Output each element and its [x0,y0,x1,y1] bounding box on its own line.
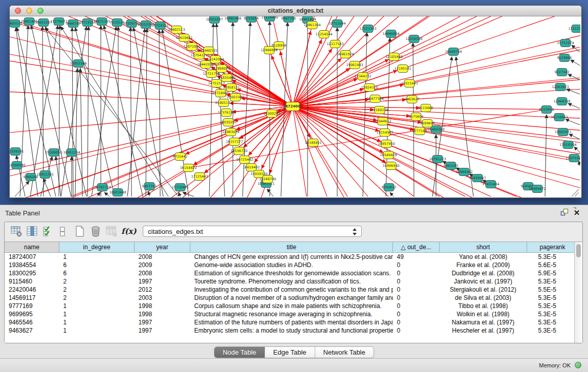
table-selector-dropdown[interactable]: citations_edges.txt [143,226,362,237]
tab-network-table[interactable]: Network Table [315,347,374,358]
graph-node[interactable]: 9725442 [173,153,188,161]
graph-node[interactable]: 10553287 [206,16,223,24]
graph-hub-node[interactable]: 18724007 [283,102,303,111]
graph-node[interactable]: 18148451 [304,139,321,147]
graph-node[interactable]: 15276072 [50,18,67,26]
column-header-year[interactable]: year [135,242,190,253]
graph-node[interactable]: 9350812 [382,184,397,191]
graph-node[interactable]: 15124490 [261,16,278,21]
graph-node[interactable]: 10711044 [329,20,345,28]
graph-node[interactable]: 19154965 [376,129,393,137]
column-header-out_degree[interactable]: △ out_de... [393,242,440,253]
graph-node[interactable]: 9115460 [419,104,433,112]
graph-node[interactable]: 9457741 [142,183,157,190]
graph-node[interactable]: 16782759 [94,184,111,191]
graph-node[interactable]: 12610651 [176,34,192,42]
graph-node[interactable]: 17376130 [217,109,234,117]
graph-node[interactable]: 9466169 [66,20,81,28]
table-row[interactable]: 1830029562008Estimation of significance … [5,269,578,277]
graph-node[interactable]: 16477304 [366,95,383,103]
delete-column-icon[interactable] [105,225,118,238]
graph-node[interactable]: 9227343 [555,69,570,76]
graph-node[interactable]: 9129966 [557,54,572,62]
graph-node[interactable]: 9607760 [281,16,296,23]
select-all-icon[interactable] [41,225,55,238]
graph-node[interactable]: 9777169 [412,127,427,135]
svg-text:17125443: 17125443 [191,174,208,179]
graph-node[interactable]: 9575604 [409,113,424,121]
svg-text:14646804: 14646804 [382,32,399,36]
graph-node[interactable]: 9361193 [444,162,459,170]
graph-node[interactable]: 25206050 [45,149,62,157]
graph-node[interactable]: 15751074 [557,39,574,47]
column-header-short[interactable]: short [440,242,527,253]
table-row[interactable]: 1872400712008Changes of HCN gene express… [5,253,578,261]
graph-node[interactable]: 8215958 [539,106,554,114]
new-table-icon[interactable] [73,225,86,238]
cell-in_degree: 2 [59,286,135,294]
graph-node[interactable]: 16891466 [224,16,241,23]
graph-node[interactable]: 17125443 [191,173,208,181]
table-row[interactable]: 969969511998Structural magnetic resonanc… [5,310,578,318]
status-bar: Memory: OK [0,358,588,372]
graph-node[interactable]: 10923448 [109,189,126,196]
table-row[interactable]: 946554611997Estimation of the future num… [5,318,578,326]
float-panel-icon[interactable] [559,208,570,217]
unselect-all-icon[interactable] [57,225,71,238]
graph-node[interactable]: 10339191 [10,148,24,156]
window-titlebar[interactable]: citations_edges.txt [10,6,581,16]
table-row[interactable]: 2242004622012Investigating the contribut… [5,286,578,294]
function-builder-icon[interactable]: f(x) [121,225,136,238]
cell-out_degree: 0 [393,302,440,310]
table-row[interactable]: 977716911998Corpus callosum shape and si… [5,302,578,310]
graph-node[interactable]: 15716485 [171,184,188,191]
graph-node[interactable]: 19061903 [346,61,363,69]
column-header-in_degree[interactable]: in_degree [59,242,135,253]
table-row[interactable]: 1938455462009Genome-wide association stu… [5,261,578,269]
graph-node[interactable]: 16210643 [551,114,568,121]
graph-node[interactable]: 12093823 [552,83,569,91]
table-row[interactable]: 1456911722003Disruption of a novel membe… [5,294,578,302]
graph-node[interactable]: 11112129 [568,25,580,33]
graph-node[interactable]: 8155094 [244,16,259,23]
svg-text:8155094: 8155094 [244,16,259,20]
table-row[interactable]: 911546021997Tourette syndrome. Phenomeno… [5,277,578,286]
graph-node[interactable]: 12217543 [326,40,343,48]
graph-node[interactable]: 9463627 [405,96,420,103]
graph-node[interactable]: 18951255 [36,171,53,179]
graph-node[interactable]: 11675500 [565,155,580,162]
network-canvas[interactable]: 2405572206914061065328715276072946616910… [10,16,580,198]
graph-node[interactable]: 12016508 [405,35,422,43]
column-header-title[interactable]: title [190,242,393,253]
svg-text:22003307: 22003307 [227,95,244,99]
graph-node[interactable]: 10590090 [10,162,26,169]
graph-node[interactable]: 9699695 [420,120,435,127]
column-header-name[interactable]: name [5,242,59,253]
graph-node[interactable]: 12444158 [553,98,570,105]
svg-text:16619402: 16619402 [243,165,259,169]
graph-node[interactable]: 18300295 [263,110,280,118]
delete-table-icon[interactable] [89,225,102,238]
table-row[interactable]: 946362711997Embryonic stem cells: a mode… [5,326,578,335]
column-header-pagerank[interactable]: pagerank [527,242,578,253]
graph-node[interactable]: 9886348 [24,173,38,181]
graph-node[interactable]: 12195141 [394,65,411,73]
close-panel-icon[interactable]: ✕ [572,208,582,217]
show-columns-icon[interactable] [26,225,39,238]
vertical-scrollbar[interactable] [574,242,582,343]
graph-node[interactable]: 18951254 [63,149,80,157]
graph-node[interactable]: 16154422 [180,164,197,172]
table-settings-icon[interactable] [10,225,23,238]
graph-node[interactable]: 19725442 [236,156,253,164]
graph-node[interactable]: 7515526 [110,19,125,27]
window-resize-grip[interactable] [572,189,579,196]
svg-text:10923448: 10923448 [109,190,126,194]
graph-node[interactable]: 11015443 [401,80,418,87]
svg-text:16489472: 16489472 [529,187,546,191]
graph-node[interactable]: 21805171 [215,99,232,107]
tab-node-table[interactable]: Node Table [214,347,265,358]
scrollbar-thumb[interactable] [576,244,581,257]
table-panel-title: Table Panel [5,209,40,217]
tab-edge-table[interactable]: Edge Table [265,347,315,358]
graph-node[interactable]: 17016504 [559,141,576,149]
